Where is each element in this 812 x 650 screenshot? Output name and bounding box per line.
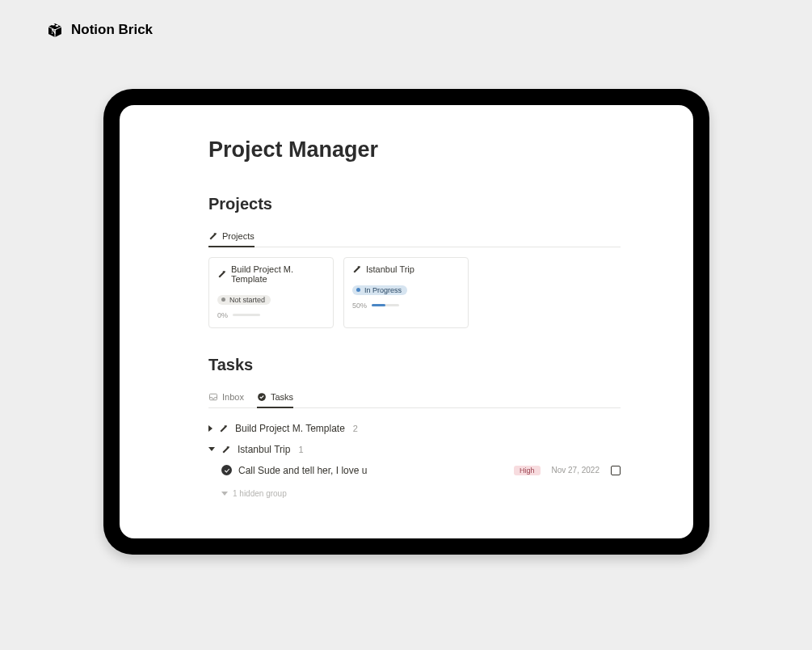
priority-tag: High — [514, 466, 541, 475]
status-badge: In Progress — [352, 285, 407, 295]
tab-label: Inbox — [222, 392, 244, 402]
task-group-row[interactable]: Istanbul Trip 1 — [208, 439, 621, 460]
progress-row: 0% — [217, 311, 325, 319]
check-circle-icon — [257, 392, 267, 402]
svg-text:N: N — [52, 28, 57, 36]
hammer-icon — [219, 424, 229, 433]
hidden-group-toggle[interactable]: 1 hidden group — [208, 481, 621, 498]
tab-tasks[interactable]: Tasks — [257, 389, 293, 408]
hammer-icon — [221, 445, 231, 454]
task-group-count: 1 — [298, 445, 303, 454]
status-dot-icon — [356, 288, 360, 292]
check-circle-icon — [221, 465, 232, 475]
svg-point-0 — [52, 24, 55, 26]
task-title: Call Sude and tell her, I love u — [238, 465, 367, 476]
hammer-icon — [217, 269, 227, 279]
project-card-title: Istanbul Trip — [366, 264, 414, 274]
task-row[interactable]: Call Sude and tell her, I love u High No… — [208, 460, 621, 481]
project-cards: Build Project M. Template Not started 0% — [208, 257, 621, 328]
brand-label: Notion Brick — [71, 22, 153, 38]
task-group-title: Istanbul Trip — [238, 444, 290, 455]
tab-projects[interactable]: Projects — [208, 228, 255, 247]
project-card[interactable]: Istanbul Trip In Progress 50% — [343, 257, 469, 328]
tab-label: Tasks — [271, 392, 293, 402]
brand-badge: N Notion Brick — [45, 20, 153, 40]
tasks-tabs: Inbox Tasks — [208, 389, 621, 408]
status-label: In Progress — [364, 286, 402, 294]
projects-heading: Projects — [208, 195, 621, 213]
projects-tabs: Projects — [208, 228, 621, 247]
task-group-title: Build Project M. Template — [235, 423, 345, 434]
hammer-icon — [352, 264, 362, 274]
task-checkbox[interactable] — [611, 466, 621, 475]
tablet-frame: Project Manager Projects Projects — [103, 89, 709, 555]
task-group-row[interactable]: Build Project M. Template 2 — [208, 418, 621, 439]
hidden-group-label: 1 hidden group — [233, 489, 287, 498]
inbox-icon — [208, 392, 218, 402]
svg-point-1 — [56, 25, 59, 27]
page-title: Project Manager — [208, 137, 621, 162]
status-badge: Not started — [217, 295, 271, 305]
notion-brick-icon: N — [45, 20, 65, 40]
caret-down-icon — [208, 447, 215, 451]
progress-bar — [372, 304, 399, 306]
task-group-count: 2 — [353, 424, 358, 433]
progress-bar — [233, 314, 260, 316]
task-date: Nov 27, 2022 — [552, 466, 600, 475]
progress-row: 50% — [352, 302, 460, 310]
tablet-screen: Project Manager Projects Projects — [120, 105, 693, 538]
tasks-heading: Tasks — [208, 356, 621, 374]
project-card[interactable]: Build Project M. Template Not started 0% — [208, 257, 334, 328]
tab-inbox[interactable]: Inbox — [208, 389, 244, 408]
status-label: Not started — [229, 296, 265, 304]
chevron-down-icon — [221, 492, 228, 496]
progress-label: 0% — [217, 311, 228, 319]
progress-label: 50% — [352, 302, 367, 310]
project-card-title: Build Project M. Template — [231, 264, 325, 284]
tab-label: Projects — [222, 231, 255, 241]
caret-right-icon — [208, 425, 212, 432]
hammer-icon — [208, 231, 218, 241]
status-dot-icon — [221, 298, 225, 302]
